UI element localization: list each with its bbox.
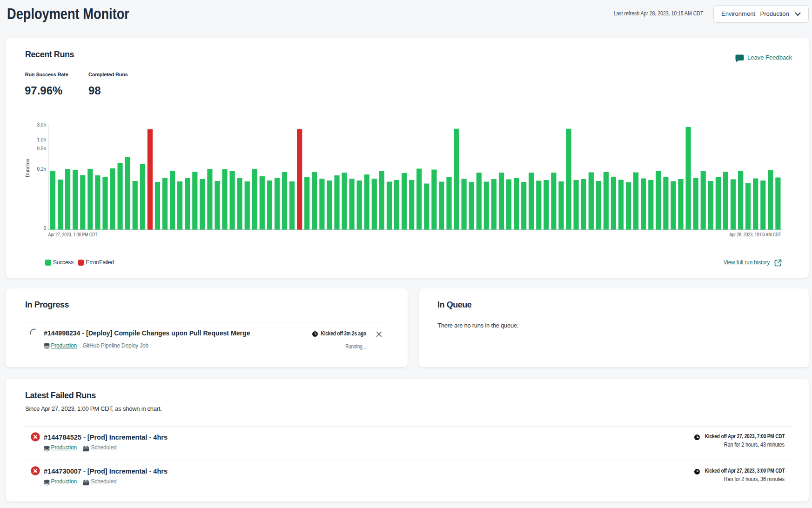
svg-text:0: 0 [43, 226, 46, 231]
svg-text:Apr 28, 2023, 10:00 AM CDT: Apr 28, 2023, 10:00 AM CDT [730, 232, 781, 237]
svg-text:3.0h: 3.0h [37, 122, 46, 127]
svg-text:0.1h: 0.1h [37, 167, 46, 172]
svg-text:Duration: Duration [25, 159, 30, 177]
svg-text:Apr 27, 2023, 1:00 PM CDT: Apr 27, 2023, 1:00 PM CDT [48, 232, 98, 237]
svg-text:0.5h: 0.5h [37, 146, 46, 151]
svg-text:1.0h: 1.0h [37, 137, 46, 142]
